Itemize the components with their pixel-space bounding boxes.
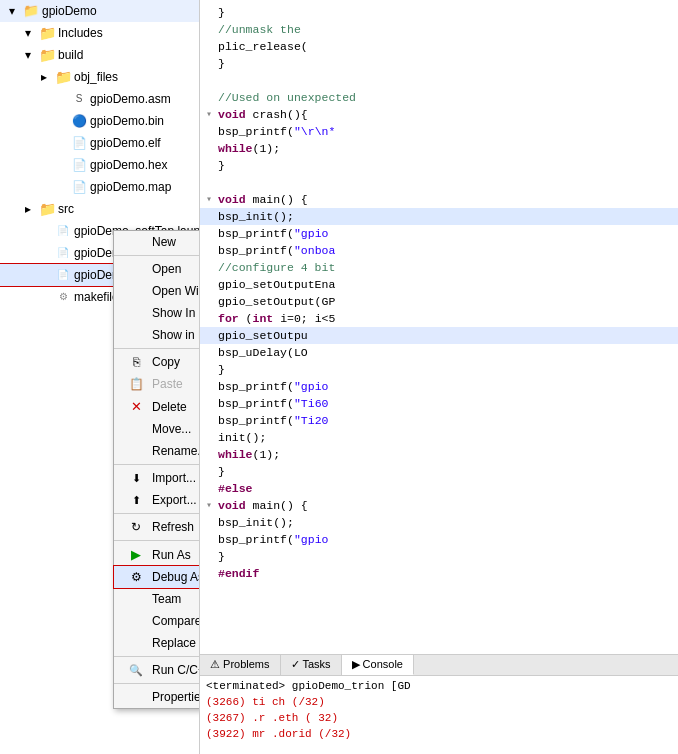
project-icon: ▾	[4, 3, 20, 19]
analyze-icon: 🔍	[126, 664, 146, 677]
tree-build[interactable]: ▾ 📁 build	[0, 44, 199, 66]
code-line: //unmask the	[200, 21, 678, 38]
code-line: bsp_printf("gpio	[200, 378, 678, 395]
menu-show-local[interactable]: Show in Local Terminal ›	[114, 324, 200, 346]
run-as-icon: ▶	[126, 547, 146, 562]
separator-1	[114, 255, 200, 256]
separator-7	[114, 683, 200, 684]
menu-open-with[interactable]: Open With ›	[114, 280, 200, 302]
console-content: <terminated> gpioDemo_trion [GD (3266) t…	[200, 676, 678, 744]
project-folder-icon: 📁	[23, 3, 39, 19]
menu-open[interactable]: Open F3	[114, 258, 200, 280]
copy-icon: ⎘	[126, 355, 146, 369]
tab-console[interactable]: ▶ Console	[342, 655, 414, 675]
code-line: bsp_printf("\r\n*	[200, 123, 678, 140]
menu-import[interactable]: ⬇ Import...	[114, 467, 200, 489]
tasks-icon: ✓	[291, 658, 300, 670]
code-line: bsp_init();	[200, 514, 678, 531]
debug-as-icon: ⚙	[126, 570, 146, 584]
menu-compare[interactable]: Compare With ›	[114, 610, 200, 632]
separator-4	[114, 513, 200, 514]
code-panel: } //unmask the plic_release( } //Used on…	[200, 0, 678, 754]
make-file-icon: ⚙	[55, 289, 71, 305]
console-icon: ▶	[352, 658, 360, 670]
map-spacer	[52, 179, 68, 195]
file-tree: ▾ 📁 gpioDemo ▾ 📁 Includes ▾ 📁 build ▸ 📁 …	[0, 0, 200, 754]
code-line: bsp_uDelay(LO	[200, 344, 678, 361]
asm-spacer	[52, 91, 68, 107]
menu-run-as[interactable]: ▶ Run As ›	[114, 543, 200, 566]
code-line: gpio_setOutpu	[200, 327, 678, 344]
bin-file-icon: 🔵	[71, 113, 87, 129]
code-line	[200, 72, 678, 89]
tree-gpioDemo-hex[interactable]: 📄 gpioDemo.hex	[0, 154, 199, 176]
menu-show-in[interactable]: Show In Alt+Shift+W ›	[114, 302, 200, 324]
bottom-tabs: ⚠ Problems ✓ Tasks ▶ Console	[200, 655, 678, 676]
menu-analyze[interactable]: 🔍 Run C/C++ Code Analysis	[114, 659, 200, 681]
tree-elf-label: gpioDemo.elf	[90, 134, 161, 152]
tree-gpioDemo-asm[interactable]: S gpioDemo.asm	[0, 88, 199, 110]
tree-includes-label: Includes	[58, 24, 103, 42]
src-arrow: ▸	[20, 201, 36, 217]
code-line: bsp_printf("Ti60	[200, 395, 678, 412]
menu-properties[interactable]: Properties Alt+Enter	[114, 686, 200, 708]
obj-folder-icon: 📁	[55, 69, 71, 85]
code-line: }	[200, 157, 678, 174]
src-folder-icon: 📁	[39, 201, 55, 217]
console-line-2: (3267) .r .eth ( 32)	[206, 710, 672, 726]
menu-debug-as[interactable]: ⚙ Debug As ›	[114, 566, 200, 588]
tree-src[interactable]: ▸ 📁 src	[0, 198, 199, 220]
tree-root-label: gpioDemo	[42, 2, 97, 20]
tree-obj-files[interactable]: ▸ 📁 obj_files	[0, 66, 199, 88]
menu-new[interactable]: New ›	[114, 231, 200, 253]
refresh-icon: ↻	[126, 520, 146, 534]
code-line: }	[200, 4, 678, 21]
menu-delete[interactable]: ✕ Delete Delete	[114, 395, 200, 418]
tree-asm-label: gpioDemo.asm	[90, 90, 171, 108]
tab-tasks[interactable]: ✓ Tasks	[281, 655, 342, 675]
selected-file-icon: 📄	[55, 267, 71, 283]
menu-refresh[interactable]: ↻ Refresh F5	[114, 516, 200, 538]
menu-export[interactable]: ⬆ Export...	[114, 489, 200, 511]
code-main2-line: ▾ void main() {	[200, 497, 678, 514]
menu-rename[interactable]: Rename... F2	[114, 440, 200, 462]
code-line: while(1);	[200, 140, 678, 157]
tree-build-label: build	[58, 46, 83, 64]
code-editor[interactable]: } //unmask the plic_release( } //Used on…	[200, 0, 678, 654]
menu-paste: 📋 Paste Ctrl+V	[114, 373, 200, 395]
tree-includes[interactable]: ▾ 📁 Includes	[0, 22, 199, 44]
tree-gpioDemo-map[interactable]: 📄 gpioDemo.map	[0, 176, 199, 198]
code-line: bsp_printf("onboa	[200, 242, 678, 259]
includes-arrow: ▾	[20, 25, 36, 41]
separator-6	[114, 656, 200, 657]
import-icon: ⬇	[126, 472, 146, 485]
code-line: }	[200, 55, 678, 72]
paste-icon: 📋	[126, 377, 146, 391]
code-line: gpio_setOutputEna	[200, 276, 678, 293]
softtap-spacer	[36, 223, 52, 239]
delete-icon: ✕	[126, 399, 146, 414]
obj-arrow: ▸	[36, 69, 52, 85]
console-label: <terminated> gpioDemo_trion [GD	[206, 678, 672, 694]
includes-folder-icon: 📁	[39, 25, 55, 41]
menu-team[interactable]: Team ›	[114, 588, 200, 610]
tree-root[interactable]: ▾ 📁 gpioDemo	[0, 0, 199, 22]
code-line: gpio_setOutput(GP	[200, 293, 678, 310]
selected-spacer	[36, 267, 52, 283]
code-line: }	[200, 361, 678, 378]
tree-map-label: gpioDemo.map	[90, 178, 171, 196]
menu-replace[interactable]: Replace With ›	[114, 632, 200, 654]
separator-3	[114, 464, 200, 465]
code-line: //configure 4 bit	[200, 259, 678, 276]
code-crash-line: ▾ void crash(){	[200, 106, 678, 123]
tab-problems[interactable]: ⚠ Problems	[200, 655, 281, 675]
code-line	[200, 174, 678, 191]
tree-gpioDemo-elf[interactable]: 📄 gpioDemo.elf	[0, 132, 199, 154]
tree-gpioDemo-bin[interactable]: 🔵 gpioDemo.bin	[0, 110, 199, 132]
code-line: bsp_printf("Ti20	[200, 412, 678, 429]
menu-copy[interactable]: ⎘ Copy Ctrl+C	[114, 351, 200, 373]
menu-move[interactable]: Move...	[114, 418, 200, 440]
context-menu: New › Open F3 Open With › Show In Alt+Sh…	[113, 230, 200, 709]
code-line: bsp_printf("gpio	[200, 225, 678, 242]
build-arrow: ▾	[20, 47, 36, 63]
